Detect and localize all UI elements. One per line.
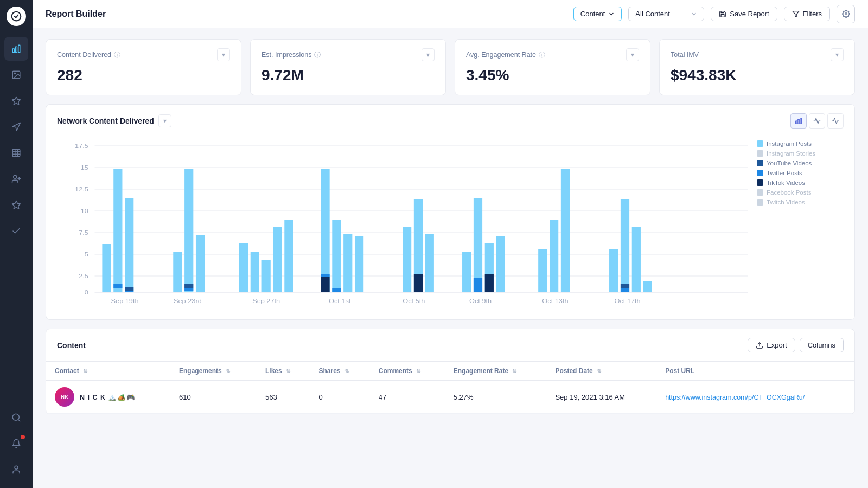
avatar: NK (55, 387, 74, 407)
chart-type-line[interactable] (809, 113, 825, 129)
metric-title-impressions: Est. Impressions ⓘ (261, 50, 321, 60)
svg-rect-49 (184, 288, 193, 291)
col-contact: Contact ⇅ (46, 362, 170, 381)
svg-marker-15 (12, 201, 21, 209)
svg-rect-43 (125, 198, 133, 292)
metric-title-engagement: Avg. Engagement Rate ⓘ (466, 50, 545, 60)
svg-rect-75 (561, 169, 570, 292)
legend-item-youtube: YouTube Videos (757, 160, 844, 166)
svg-rect-63 (403, 227, 411, 292)
sidebar-item-favorites[interactable] (4, 193, 28, 217)
svg-rect-65 (414, 274, 423, 292)
legend-label: Facebook Posts (767, 189, 811, 196)
svg-text:Sep 19th: Sep 19th (111, 298, 139, 305)
card-dropdown-content-delivered[interactable]: ▾ (217, 48, 230, 61)
svg-rect-76 (609, 249, 618, 292)
line-chart-icon (813, 117, 821, 125)
svg-rect-45 (125, 291, 133, 292)
svg-text:15: 15 (81, 164, 89, 171)
info-icon: ⓘ (114, 50, 120, 60)
legend-swatch (757, 140, 763, 147)
settings-button[interactable] (837, 5, 855, 23)
cell-comments: 47 (370, 381, 445, 414)
sidebar-item-media[interactable] (4, 63, 28, 87)
sidebar-item-search[interactable] (4, 406, 28, 429)
col-engagements: Engagements ⇅ (170, 362, 257, 381)
sidebar-item-broadcast[interactable] (4, 115, 28, 139)
bar-chart-svg: 17.5 15 12.5 10 7.5 5 2.5 0 (57, 135, 748, 309)
sidebar-item-campaigns[interactable] (4, 89, 28, 113)
all-content-dropdown[interactable]: All Content (628, 7, 704, 21)
metric-title-imv: Total IMV (671, 51, 699, 59)
cell-post-url[interactable]: https://www.instagram.com/p/CT_OCXGgaRu/ (656, 381, 854, 414)
info-icon: ⓘ (539, 50, 545, 60)
cell-engagement-rate: 5.27% (445, 381, 547, 414)
metric-value-impressions: 9.72M (261, 67, 435, 84)
svg-text:Sep 27th: Sep 27th (252, 298, 280, 305)
legend-item-instagram-posts: Instagram Posts (757, 140, 844, 147)
svg-rect-50 (196, 235, 205, 292)
svg-rect-44 (125, 287, 133, 291)
svg-rect-1 (12, 49, 14, 53)
chart-title: Network Content Delivered (57, 117, 154, 125)
save-report-button[interactable]: Save Report (711, 7, 777, 21)
chart-type-bar[interactable] (790, 113, 807, 129)
svg-rect-60 (332, 288, 341, 292)
content-table-panel: Content Export Columns Contact ⇅ Engagem… (46, 329, 855, 414)
chart-area: 17.5 15 12.5 10 7.5 5 2.5 0 (57, 135, 748, 311)
legend-item-facebook: Facebook Posts (757, 189, 844, 196)
content-table: Contact ⇅ Engagements ⇅ Likes ⇅ Shares ⇅… (46, 362, 854, 414)
svg-text:0: 0 (85, 289, 88, 296)
sidebar-item-users[interactable] (4, 167, 28, 191)
svg-text:5: 5 (85, 251, 88, 258)
sidebar-item-notifications[interactable] (4, 432, 28, 455)
chart-dropdown[interactable]: ▾ (158, 114, 171, 127)
svg-rect-69 (474, 278, 482, 292)
svg-rect-62 (355, 236, 363, 292)
content-dropdown[interactable]: Content (573, 7, 622, 21)
svg-rect-58 (321, 277, 329, 292)
post-url-link[interactable]: https://www.instagram.com/p/CT_OCXGgaRu/ (665, 394, 805, 401)
bar-chart-icon (795, 117, 802, 125)
svg-rect-51 (239, 243, 248, 292)
svg-rect-52 (251, 252, 259, 292)
logo[interactable] (7, 7, 26, 26)
svg-point-20 (845, 13, 847, 15)
chart-type-area[interactable] (827, 113, 844, 129)
sidebar-item-approvals[interactable] (4, 219, 28, 243)
header: Report Builder Content All Content Save … (33, 0, 868, 28)
sidebar-item-analytics[interactable] (4, 37, 28, 61)
chevron-down-icon (691, 11, 697, 17)
svg-marker-6 (12, 97, 21, 105)
legend-swatch (757, 150, 763, 157)
svg-rect-23 (800, 118, 801, 124)
filters-button[interactable]: Filters (784, 7, 830, 21)
svg-rect-59 (332, 220, 341, 292)
metric-value-content-delivered: 282 (57, 67, 230, 84)
columns-button[interactable]: Columns (800, 338, 844, 352)
legend-item-tiktok: TikTok Videos (757, 179, 844, 186)
legend-item-instagram-stories: Instagram Stories (757, 150, 844, 157)
card-dropdown-engagement[interactable]: ▾ (626, 48, 639, 61)
cell-posted-date: Sep 19, 2021 3:16 AM (546, 381, 656, 414)
card-dropdown-imv[interactable]: ▾ (831, 48, 844, 61)
sidebar-item-reports[interactable] (4, 141, 28, 165)
sidebar-item-profile[interactable] (4, 458, 28, 481)
area-chart-icon (832, 117, 839, 125)
table-actions: Export Columns (748, 338, 844, 352)
svg-text:Oct 5th: Oct 5th (403, 298, 425, 305)
table-title: Content (57, 341, 86, 350)
svg-rect-71 (485, 274, 494, 292)
legend-item-twitch: Twitch Videos (757, 199, 844, 206)
svg-rect-54 (273, 227, 282, 292)
svg-rect-61 (343, 234, 352, 292)
cell-engagements: 610 (170, 381, 257, 414)
col-posted-date: Posted Date ⇅ (546, 362, 656, 381)
chart-body: 17.5 15 12.5 10 7.5 5 2.5 0 (57, 135, 844, 311)
table-header-row: Contact ⇅ Engagements ⇅ Likes ⇅ Shares ⇅… (46, 362, 854, 381)
legend-swatch (757, 170, 763, 176)
export-button[interactable]: Export (748, 338, 795, 352)
chart-type-buttons (790, 113, 844, 129)
card-dropdown-impressions[interactable]: ▾ (422, 48, 435, 61)
legend-label: TikTok Videos (767, 179, 805, 186)
